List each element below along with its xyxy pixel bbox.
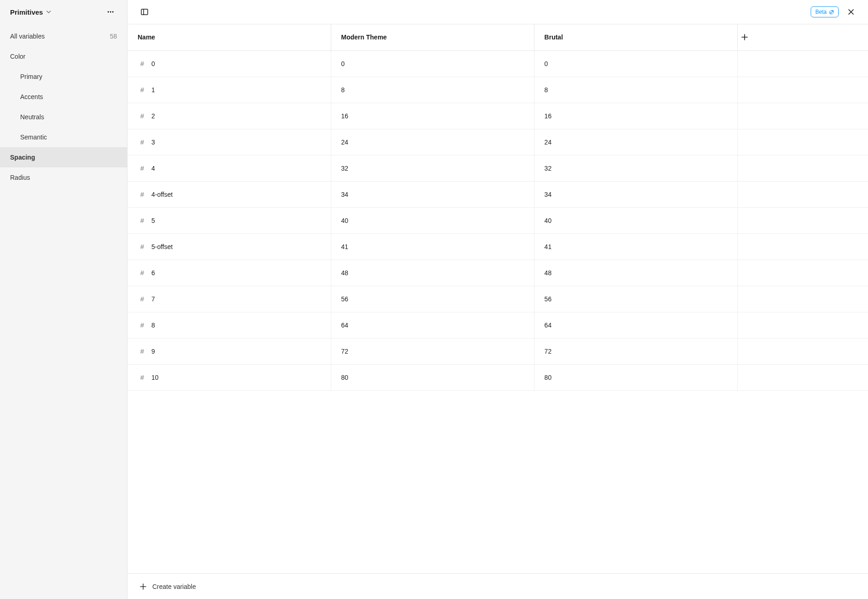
variable-value-cell[interactable]: 0 <box>534 50 737 77</box>
sidebar-item-accents[interactable]: Accents <box>0 87 127 107</box>
variable-value-cell[interactable]: 56 <box>331 286 534 312</box>
variable-name-cell[interactable]: #1 <box>128 77 331 103</box>
empty-cell <box>737 364 868 390</box>
sidebar-item-color[interactable]: Color <box>0 46 127 67</box>
table-row[interactable]: #86464 <box>128 312 868 338</box>
number-type-icon: # <box>139 112 146 120</box>
variable-name-cell[interactable]: #6 <box>128 260 331 286</box>
sidebar-item-label: Primary <box>20 73 42 80</box>
variable-value-cell[interactable]: 72 <box>534 338 737 364</box>
table-row[interactable]: #5-offset4141 <box>128 233 868 260</box>
variable-value-cell[interactable]: 40 <box>534 207 737 233</box>
variable-value-cell[interactable]: 41 <box>331 233 534 260</box>
variable-value-cell[interactable]: 80 <box>331 364 534 390</box>
variable-value-cell[interactable]: 32 <box>534 155 737 181</box>
column-header-mode-0[interactable]: Modern Theme <box>331 24 534 50</box>
variable-value-cell[interactable]: 16 <box>331 103 534 129</box>
more-options-button[interactable] <box>104 6 117 18</box>
variable-name-cell[interactable]: #4-offset <box>128 181 331 207</box>
table-row[interactable]: #108080 <box>128 364 868 390</box>
variable-name: 1 <box>151 86 155 94</box>
variable-value: 64 <box>341 322 349 329</box>
variable-name-cell[interactable]: #10 <box>128 364 331 390</box>
variable-value-cell[interactable]: 64 <box>331 312 534 338</box>
variable-value-cell[interactable]: 72 <box>331 338 534 364</box>
variable-value: 40 <box>341 217 349 224</box>
main-header: Beta <box>128 0 868 24</box>
variable-value: 80 <box>341 374 349 381</box>
variable-value-cell[interactable]: 48 <box>331 260 534 286</box>
variable-name-cell[interactable]: #4 <box>128 155 331 181</box>
close-button[interactable] <box>844 5 858 19</box>
table-row[interactable]: #21616 <box>128 103 868 129</box>
variable-name: 6 <box>151 269 155 277</box>
number-type-icon: # <box>139 138 146 146</box>
table-row[interactable]: #54040 <box>128 207 868 233</box>
variable-value-cell[interactable]: 8 <box>331 77 534 103</box>
table-row[interactable]: #43232 <box>128 155 868 181</box>
variable-value-cell[interactable]: 34 <box>534 181 737 207</box>
variable-value-cell[interactable]: 80 <box>534 364 737 390</box>
variable-name-cell[interactable]: #3 <box>128 129 331 155</box>
variable-value-cell[interactable]: 0 <box>331 50 534 77</box>
variable-value-cell[interactable]: 34 <box>331 181 534 207</box>
variable-value: 64 <box>545 322 552 329</box>
variable-count: 58 <box>110 33 117 40</box>
variable-value: 56 <box>341 295 349 303</box>
empty-cell <box>737 233 868 260</box>
variable-name-cell[interactable]: #5-offset <box>128 233 331 260</box>
beta-badge[interactable]: Beta <box>811 6 839 17</box>
more-horizontal-icon <box>106 8 115 16</box>
table-row[interactable]: #000 <box>128 50 868 77</box>
sidebar-item-label: Color <box>10 53 25 60</box>
add-mode-button[interactable] <box>738 30 751 44</box>
variable-value-cell[interactable]: 41 <box>534 233 737 260</box>
beta-label: Beta <box>815 9 827 15</box>
variable-value: 32 <box>341 165 349 172</box>
sidebar-item-spacing[interactable]: Spacing <box>0 147 127 167</box>
variable-value-cell[interactable]: 40 <box>331 207 534 233</box>
variable-name-cell[interactable]: #8 <box>128 312 331 338</box>
variables-table-scroll[interactable]: Name Modern Theme Brutal #000#188#21616#… <box>128 24 868 573</box>
column-header-name[interactable]: Name <box>128 24 331 50</box>
empty-cell <box>737 181 868 207</box>
sidebar-item-neutrals[interactable]: Neutrals <box>0 107 127 127</box>
toggle-sidebar-button[interactable] <box>138 5 151 19</box>
variable-value-cell[interactable]: 16 <box>534 103 737 129</box>
variable-name-cell[interactable]: #7 <box>128 286 331 312</box>
variable-value-cell[interactable]: 24 <box>534 129 737 155</box>
sidebar-item-primary[interactable]: Primary <box>0 67 127 87</box>
collection-dropdown[interactable]: Primitives <box>10 8 51 16</box>
variables-table: Name Modern Theme Brutal #000#188#21616#… <box>128 24 868 391</box>
variable-name-cell[interactable]: #5 <box>128 207 331 233</box>
variable-value-cell[interactable]: 64 <box>534 312 737 338</box>
table-row[interactable]: #4-offset3434 <box>128 181 868 207</box>
create-variable-button[interactable]: Create variable <box>138 580 198 593</box>
variable-value-cell[interactable]: 48 <box>534 260 737 286</box>
empty-cell <box>737 338 868 364</box>
plus-icon <box>741 33 748 41</box>
variable-value-cell[interactable]: 56 <box>534 286 737 312</box>
svg-point-0 <box>108 11 109 13</box>
table-row[interactable]: #188 <box>128 77 868 103</box>
variable-value-cell[interactable]: 24 <box>331 129 534 155</box>
column-header-mode-1[interactable]: Brutal <box>534 24 737 50</box>
variable-value-cell[interactable]: 8 <box>534 77 737 103</box>
table-row[interactable]: #32424 <box>128 129 868 155</box>
table-row[interactable]: #97272 <box>128 338 868 364</box>
variable-name-cell[interactable]: #0 <box>128 50 331 77</box>
sidebar-item-all-variables[interactable]: All variables 58 <box>0 26 127 46</box>
variable-value: 72 <box>341 348 349 355</box>
table-row[interactable]: #75656 <box>128 286 868 312</box>
sidebar-item-semantic[interactable]: Semantic <box>0 127 127 147</box>
table-row[interactable]: #64848 <box>128 260 868 286</box>
variable-name-cell[interactable]: #2 <box>128 103 331 129</box>
variable-value: 34 <box>341 191 349 198</box>
sidebar-nav: All variables 58 ColorPrimaryAccentsNeut… <box>0 24 127 188</box>
variable-name-cell[interactable]: #9 <box>128 338 331 364</box>
sidebar-item-radius[interactable]: Radius <box>0 167 127 188</box>
sidebar-item-label: Radius <box>10 174 30 181</box>
variable-value: 8 <box>341 86 345 94</box>
sidebar: Primitives All variables 58 ColorPrimary… <box>0 0 128 599</box>
variable-value-cell[interactable]: 32 <box>331 155 534 181</box>
